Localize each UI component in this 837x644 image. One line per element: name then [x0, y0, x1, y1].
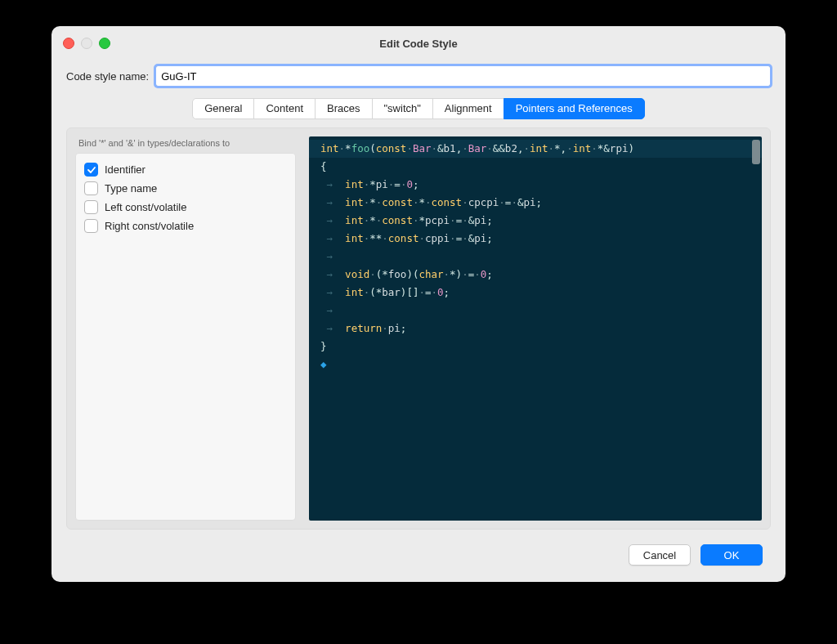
code-preview: int·*foo(const·Bar·&b1,·Bar·&&b2,·int·*,…: [309, 136, 762, 521]
dialog-content: Code style name: General Content Braces …: [51, 60, 786, 582]
minimize-icon: [81, 38, 92, 49]
name-row: Code style name:: [66, 65, 771, 87]
checkbox-icon[interactable]: [84, 181, 98, 195]
option-left-cv[interactable]: Left const/volatile: [84, 198, 287, 217]
traffic-lights: [63, 38, 110, 49]
code-style-name-input[interactable]: [155, 65, 771, 87]
option-list: Identifier Type name Left const/volatile: [75, 153, 296, 521]
option-label: Type name: [105, 182, 157, 195]
checkbox-icon[interactable]: [84, 163, 98, 177]
tab-alignment[interactable]: Alignment: [432, 98, 504, 119]
tab-switch[interactable]: "switch": [372, 98, 433, 119]
option-label: Identifier: [105, 163, 145, 176]
option-type-name[interactable]: Type name: [84, 179, 287, 198]
ok-button[interactable]: OK: [700, 544, 763, 566]
window-title: Edit Code Style: [51, 38, 786, 50]
scrollbar[interactable]: [752, 140, 760, 164]
tab-general[interactable]: General: [192, 98, 254, 119]
zoom-icon[interactable]: [99, 38, 110, 49]
tab-braces[interactable]: Braces: [315, 98, 372, 119]
cancel-button[interactable]: Cancel: [629, 544, 691, 566]
button-row: Cancel OK: [66, 530, 771, 566]
group-title: Bind '*' and '&' in types/declarations t…: [78, 138, 296, 148]
option-right-cv[interactable]: Right const/volatile: [84, 217, 287, 235]
tab-content[interactable]: Content: [253, 98, 316, 119]
checkbox-icon[interactable]: [84, 200, 98, 214]
name-label: Code style name:: [66, 70, 149, 83]
tabs: General Content Braces "switch" Alignmen…: [66, 98, 771, 119]
options-column: Bind '*' and '&' in types/declarations t…: [75, 136, 296, 521]
panel-area: Bind '*' and '&' in types/declarations t…: [66, 127, 771, 530]
option-identifier[interactable]: Identifier: [84, 160, 287, 179]
tab-pointers-references[interactable]: Pointers and References: [504, 98, 645, 119]
option-label: Right const/volatile: [105, 220, 194, 232]
dialog-window: Edit Code Style Code style name: General…: [51, 26, 786, 582]
checkbox-icon[interactable]: [84, 219, 98, 233]
titlebar: Edit Code Style: [51, 26, 786, 60]
close-icon[interactable]: [63, 38, 74, 49]
option-label: Left const/volatile: [105, 201, 186, 213]
code-block: int·*foo(const·Bar·&b1,·Bar·&&b2,·int·*,…: [309, 136, 762, 377]
